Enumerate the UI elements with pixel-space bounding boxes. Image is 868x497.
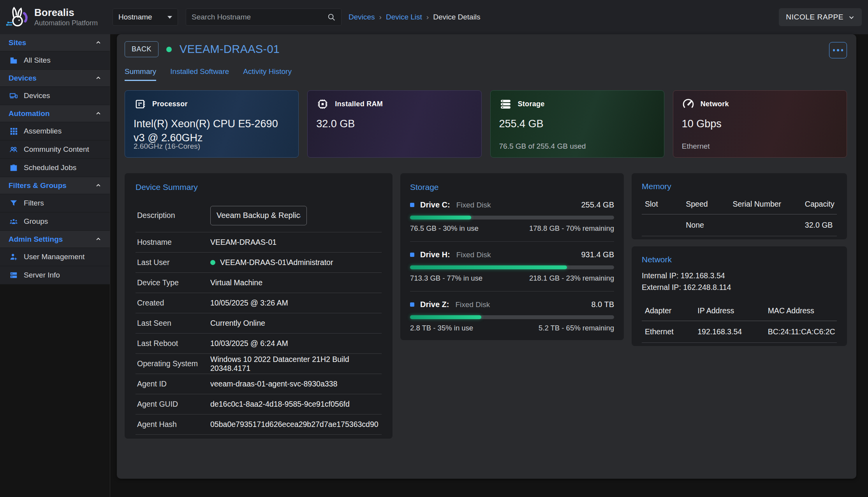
user-gear-icon <box>9 253 18 261</box>
sidebar-item-all-sites[interactable]: All Sites <box>0 51 110 70</box>
sidebar-item-community-content[interactable]: Community Content <box>0 140 110 159</box>
drive-type: Fixed Disk <box>455 300 490 309</box>
stat-card-title: Processor <box>152 100 188 108</box>
device-summary-table: Description Hostname VEEAM-DRAAS-01 Last… <box>136 199 382 435</box>
back-button[interactable]: BACK <box>125 41 158 57</box>
network-ip: 192.168.3.54 <box>694 321 764 343</box>
drive-capacity: 8.0 TB <box>591 300 614 309</box>
memory-table: Slot Speed Serial Number Capacity None 3… <box>642 195 837 236</box>
sidebar-section-automation[interactable]: Automation <box>0 105 110 122</box>
sidebar-section-label: Automation <box>9 109 50 118</box>
sidebar-item-label: User Management <box>24 253 85 261</box>
chevron-up-icon <box>95 183 101 188</box>
drive-usage-bar <box>410 265 614 269</box>
search-field-dropdown-value: Hostname <box>118 13 152 21</box>
tab-activity-history[interactable]: Activity History <box>243 67 292 81</box>
search-box[interactable] <box>186 9 342 26</box>
network-col-mac: MAC Address <box>765 302 837 321</box>
device-details-card: BACK VEEAM-DRAAS-01 Summary Installed So… <box>117 34 856 479</box>
drive-bullet-icon <box>410 203 414 207</box>
user-menu-button[interactable]: NICOLE RAPPE <box>779 8 862 26</box>
sidebar-item-filters[interactable]: Filters <box>0 194 110 212</box>
network-mac: BC:24:11:CA:C6:2C <box>765 321 837 343</box>
chevron-up-icon <box>95 111 101 116</box>
sidebar-item-assemblies[interactable]: Assemblies <box>0 122 110 140</box>
sidebar-item-label: Community Content <box>24 145 89 154</box>
drive-remaining-text: 218.1 GB - 23% remaining <box>529 274 614 283</box>
stat-card-value: Intel(R) Xeon(R) CPU E5-2690 v3 @ 2.60GH… <box>134 117 290 145</box>
gauge-icon <box>682 98 695 111</box>
stat-card-subtitle: 76.5 GB of 255.4 GB used <box>499 142 586 151</box>
network-adapter: Ethernet <box>642 321 694 343</box>
chevron-down-icon <box>848 14 855 21</box>
summary-row-agent-id: Agent ID veeam-draas-01-agent-svc-8930a3… <box>136 374 382 394</box>
dot <box>837 49 839 51</box>
more-actions-button[interactable] <box>829 42 847 58</box>
sidebar-item-label: Assemblies <box>24 127 62 135</box>
sidebar-section-devices[interactable]: Devices <box>0 70 110 87</box>
caret-down-icon <box>167 16 172 19</box>
sidebar-item-scheduled-jobs[interactable]: Scheduled Jobs <box>0 159 110 177</box>
summary-row-last-seen: Last Seen Currently Online <box>136 313 382 334</box>
row-label: Agent Hash <box>137 420 210 429</box>
sidebar-item-server-info[interactable]: Server Info <box>0 266 110 285</box>
drive-bullet-icon <box>410 253 414 257</box>
tab-installed-software[interactable]: Installed Software <box>170 67 229 81</box>
sidebar-section-label: Sites <box>9 39 26 47</box>
groups-icon <box>9 217 18 226</box>
memory-serial <box>729 214 801 236</box>
row-label: Agent GUID <box>137 400 210 409</box>
drive-usage-bar <box>410 315 614 319</box>
row-label: Agent ID <box>137 379 210 388</box>
network-col-adapter: Adapter <box>642 302 694 321</box>
stat-cards-row: Processor Intel(R) Xeon(R) CPU E5-2690 v… <box>125 90 847 158</box>
search-field-dropdown[interactable]: Hostname <box>113 9 178 26</box>
sidebar-section-filters-groups[interactable]: Filters & Groups <box>0 177 110 194</box>
stat-card-subtitle: Ethernet <box>682 142 710 151</box>
description-input[interactable] <box>210 206 307 225</box>
sidebar-item-label: Devices <box>24 91 50 100</box>
row-value: Windows 10 2022 Datacenter 21H2 Build 20… <box>210 355 380 373</box>
stat-card-value: 10 Gbps <box>682 117 838 131</box>
breadcrumb-devices[interactable]: Devices <box>349 13 375 21</box>
drive-name: Drive H: <box>420 250 450 259</box>
breadcrumb-device-list[interactable]: Device List <box>386 13 422 21</box>
right-column: Memory Slot Speed Serial Number Capacity <box>632 173 847 346</box>
panel-title: Network <box>642 255 837 264</box>
external-ip: External IP: 162.248.8.114 <box>642 281 837 293</box>
panel-title: Memory <box>642 182 837 191</box>
brand-logo-block: Borealis Automation Platform <box>0 5 110 30</box>
breadcrumb: Devices › Device List › Device Details <box>349 13 481 21</box>
sidebar-section-sites[interactable]: Sites <box>0 34 110 51</box>
summary-row-agent-guid: Agent GUID de16c0c1-8aa2-4d18-9585-9ce91… <box>136 394 382 414</box>
sidebar-section-admin-settings[interactable]: Admin Settings <box>0 231 110 248</box>
drive-type: Fixed Disk <box>456 251 491 259</box>
sidebar-item-label: Filters <box>24 199 44 207</box>
disks-icon <box>499 98 512 111</box>
search-icon[interactable] <box>327 13 336 21</box>
chevron-up-icon <box>95 236 101 242</box>
dot <box>841 49 843 51</box>
storage-panel: Storage Drive C: Fixed Disk 255.4 GB <box>400 173 624 340</box>
sidebar-item-groups[interactable]: Groups <box>0 212 110 231</box>
search-input[interactable] <box>192 13 327 21</box>
memory-speed: None <box>683 214 729 236</box>
row-value: veeam-draas-01-agent-svc-8930a338 <box>210 379 337 388</box>
online-status-dot <box>166 47 172 52</box>
row-label: Hostname <box>137 238 210 247</box>
sidebar-item-devices[interactable]: Devices <box>0 87 110 105</box>
brand-tagline: Automation Platform <box>34 19 98 27</box>
row-value: Virtual Machine <box>210 278 262 287</box>
last-user-value: VEEAM-DRAAS-01\Administrator <box>220 258 333 267</box>
breadcrumb-separator: › <box>426 13 429 21</box>
tab-summary[interactable]: Summary <box>125 67 156 81</box>
sidebar-item-user-management[interactable]: User Management <box>0 248 110 266</box>
sidebar-section-label: Filters & Groups <box>9 181 67 190</box>
network-row: Ethernet 192.168.3.54 BC:24:11:CA:C6:2C <box>642 321 837 343</box>
panel-title: Device Summary <box>136 183 382 192</box>
stat-card-title: Network <box>701 100 729 108</box>
brand-name: Borealis <box>34 7 98 18</box>
building-icon <box>9 56 18 65</box>
summary-row-agent-hash: Agent Hash 05ba0e7935171d626ecea29b27d7a… <box>136 414 382 435</box>
chevron-up-icon <box>95 40 101 46</box>
